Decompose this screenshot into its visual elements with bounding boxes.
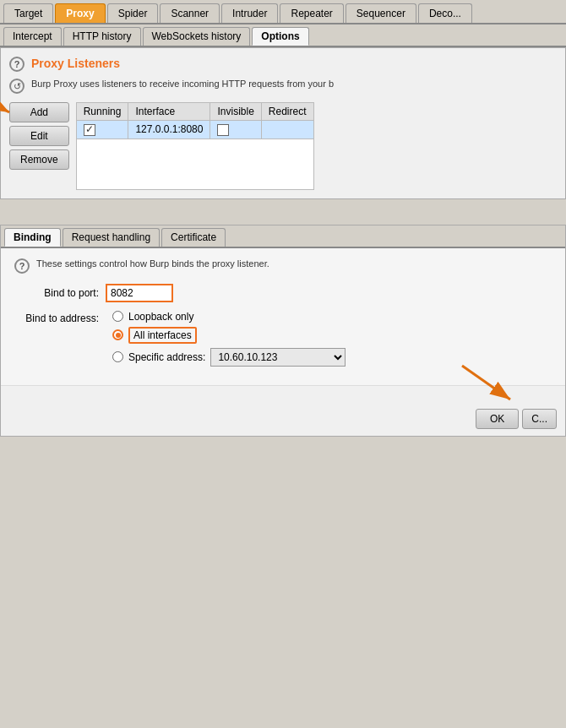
bind-address-label: Bind to address: bbox=[14, 311, 99, 324]
radio-all-interfaces-row: All interfaces bbox=[112, 327, 346, 344]
sub-tab-bar: Intercept HTTP history WebSockets histor… bbox=[0, 24, 566, 47]
section-title: Proxy Listeners bbox=[31, 57, 120, 70]
add-button[interactable]: Add bbox=[9, 102, 69, 122]
ok-arrow-annotation bbox=[455, 359, 523, 405]
proxy-options-panel: ? Proxy Listeners ↺ Burp Proxy uses list… bbox=[0, 47, 566, 199]
edit-button[interactable]: Edit bbox=[9, 126, 69, 146]
section-header: ? Proxy Listeners bbox=[9, 57, 557, 72]
add-arrow-annotation bbox=[0, 87, 15, 125]
cell-redirect bbox=[261, 121, 313, 139]
radio-loopback-row: Loopback only bbox=[112, 311, 346, 323]
listeners-table: Running Interface Invisible Redirect 127… bbox=[76, 102, 314, 190]
tab-options[interactable]: Options bbox=[252, 27, 308, 46]
ok-button[interactable]: OK bbox=[476, 409, 519, 429]
listener-area: Add Edit Remove Running Interface Invisi… bbox=[9, 102, 557, 190]
bind-port-label: Bind to port: bbox=[14, 287, 99, 299]
radio-loopback[interactable] bbox=[112, 311, 123, 322]
dialog-tab-bar: Binding Request handling Certificate bbox=[1, 225, 565, 248]
running-checkbox[interactable] bbox=[84, 124, 95, 136]
tab-http-history[interactable]: HTTP history bbox=[63, 27, 141, 46]
radio-all-interfaces[interactable] bbox=[112, 329, 123, 340]
radio-loopback-label: Loopback only bbox=[128, 311, 193, 323]
cancel-button[interactable]: C... bbox=[522, 409, 557, 429]
radio-all-interfaces-label: All interfaces bbox=[128, 327, 197, 344]
dialog-desc: These settings control how Burp binds th… bbox=[36, 258, 269, 269]
listeners-table-container: Running Interface Invisible Redirect 127… bbox=[76, 102, 557, 190]
panel-gap bbox=[0, 199, 566, 225]
radio-specific-label: Specific address: bbox=[128, 351, 205, 363]
bind-port-row: Bind to port: bbox=[14, 284, 552, 302]
bind-address-options: Loopback only All interfaces Specific ad… bbox=[112, 311, 346, 367]
empty-row bbox=[76, 139, 313, 189]
dialog-tab-request-handling[interactable]: Request handling bbox=[63, 228, 160, 247]
tab-sequencer[interactable]: Sequencer bbox=[346, 3, 416, 23]
dialog-help-icon[interactable]: ? bbox=[14, 258, 30, 274]
dialog-panel: Binding Request handling Certificate ? T… bbox=[0, 225, 566, 437]
listener-buttons: Add Edit Remove bbox=[9, 102, 69, 170]
cell-interface: 127.0.0.1:8080 bbox=[128, 121, 210, 139]
bind-port-input[interactable] bbox=[106, 284, 173, 302]
tab-intercept[interactable]: Intercept bbox=[3, 27, 62, 46]
dialog-footer: OK C... bbox=[1, 385, 565, 436]
main-tab-bar: Target Proxy Spider Scanner Intruder Rep… bbox=[0, 0, 566, 24]
dialog-tab-certificate[interactable]: Certificate bbox=[161, 228, 226, 247]
col-redirect: Redirect bbox=[261, 103, 313, 121]
tab-repeater[interactable]: Repeater bbox=[280, 3, 343, 23]
radio-specific[interactable] bbox=[112, 351, 123, 362]
tab-scanner[interactable]: Scanner bbox=[160, 3, 220, 23]
tab-websockets-history[interactable]: WebSockets history bbox=[143, 27, 251, 46]
cell-running bbox=[76, 121, 128, 139]
tab-proxy[interactable]: Proxy bbox=[55, 3, 105, 23]
section-desc: Burp Proxy uses listeners to receive inc… bbox=[31, 79, 334, 89]
top-panel: Target Proxy Spider Scanner Intruder Rep… bbox=[0, 0, 566, 199]
tab-spider[interactable]: Spider bbox=[107, 3, 159, 23]
tab-decoder[interactable]: Deco... bbox=[418, 3, 472, 23]
col-interface: Interface bbox=[128, 103, 210, 121]
col-invisible: Invisible bbox=[210, 103, 261, 121]
invisible-checkbox[interactable] bbox=[217, 124, 229, 136]
help-icon[interactable]: ? bbox=[9, 57, 24, 72]
tab-target[interactable]: Target bbox=[3, 3, 53, 23]
cell-invisible bbox=[210, 121, 261, 139]
dialog-tab-binding[interactable]: Binding bbox=[4, 228, 61, 247]
table-row[interactable]: 127.0.0.1:8080 bbox=[76, 121, 313, 139]
radio-specific-row: Specific address: 10.60.10.123 bbox=[112, 348, 346, 367]
col-running: Running bbox=[76, 103, 128, 121]
remove-button[interactable]: Remove bbox=[9, 149, 69, 170]
specific-address-select[interactable]: 10.60.10.123 bbox=[210, 348, 346, 367]
tab-intruder[interactable]: Intruder bbox=[221, 3, 278, 23]
